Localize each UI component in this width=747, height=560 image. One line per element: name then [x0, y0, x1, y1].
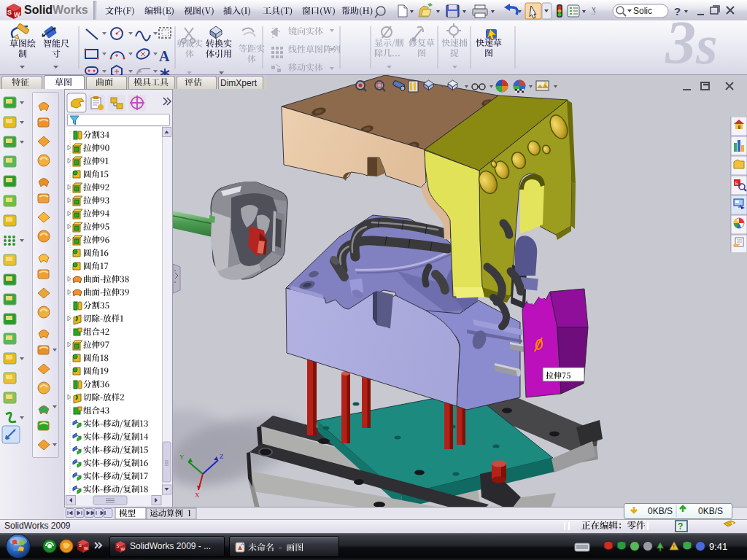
- svg-text:Z: Z: [220, 453, 224, 460]
- svg-text:Y: Y: [179, 454, 185, 461]
- svg-text:Solic: Solic: [633, 6, 652, 16]
- svg-text:S: S: [79, 543, 82, 548]
- svg-text:S: S: [117, 544, 120, 548]
- svg-text:W: W: [121, 547, 125, 551]
- svg-text:S: S: [735, 181, 738, 186]
- svg-text:!: !: [673, 543, 675, 550]
- svg-text:S: S: [7, 9, 12, 16]
- svg-text:A: A: [159, 48, 170, 64]
- svg-text:X: X: [195, 491, 200, 499]
- svg-text:?: ?: [678, 521, 683, 532]
- svg-text:W: W: [84, 546, 88, 551]
- svg-text:W: W: [14, 11, 20, 18]
